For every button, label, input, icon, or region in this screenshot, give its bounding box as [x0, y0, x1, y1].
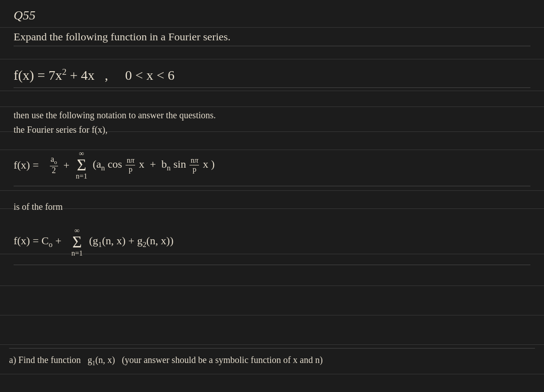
section-part-a: a) Find the function g1(n, x) (your answ…: [9, 348, 535, 367]
ruled-lines: [0, 0, 544, 392]
foc-sigma-bottom: n=1: [71, 249, 83, 257]
rule-13: [0, 374, 544, 374]
rule-4: [0, 106, 544, 107]
foc-sum-content: (g1(n, x) + g2(n, x)): [89, 235, 174, 249]
question-number: Q55: [14, 8, 35, 23]
foc-formula: f(x) = Co + ∞ Σ n=1 (g1(n, x) + g2(n, x)…: [14, 227, 530, 257]
fourier-formula: f(x) = ao 2 + ∞ Σ n=1 (an cos nπ p x + b…: [14, 150, 530, 180]
section-fourier: f(x) = ao 2 + ∞ Σ n=1 (an cos nπ p x + b…: [14, 150, 530, 186]
sigma-symbol: Σ: [77, 158, 86, 172]
rule-11: [0, 315, 544, 315]
a0-fraction: ao 2: [50, 155, 58, 175]
a0-denominator: 2: [51, 166, 57, 175]
section-fx: f(x) = 7x2 + 4x , 0 < x < 6: [14, 67, 530, 88]
section-form: is of the form: [14, 202, 530, 212]
part-a-text: a) Find the function g1(n, x) (your answ…: [9, 355, 323, 365]
foc-label: f(x) = Co +: [14, 235, 61, 249]
notation-line2: the Fourier series for f(x),: [14, 122, 530, 137]
is-of-form-text: is of the form: [14, 202, 63, 212]
fx-label: f(x) =: [14, 159, 39, 171]
expand-label: Expand the following function in a Fouri…: [14, 31, 530, 46]
foc-sigma-block: ∞ Σ n=1: [71, 227, 83, 257]
fx-definition: f(x) = 7x2 + 4x , 0 < x < 6: [14, 68, 175, 82]
rule-12: [0, 344, 544, 345]
section-notation: then use the following notation to answe…: [14, 108, 530, 137]
a0-numerator: ao: [50, 155, 58, 166]
section-foc: f(x) = Co + ∞ Σ n=1 (g1(n, x) + g2(n, x)…: [14, 227, 530, 265]
rule-3: [0, 91, 544, 91]
rule-10: [0, 286, 544, 286]
notation-line1: then use the following notation to answe…: [14, 108, 530, 122]
sigma-bottom: n=1: [76, 172, 87, 180]
plus-sign: +: [63, 159, 70, 171]
rule-1: [0, 27, 544, 28]
foc-sigma-symbol: Σ: [73, 235, 82, 249]
section-expand: Expand the following function in a Fouri…: [14, 31, 530, 46]
sigma-block: ∞ Σ n=1: [76, 150, 87, 180]
page: Q55 Expand the following function in a F…: [0, 0, 544, 392]
sum-content: (an cos nπ p x + bn sin nπ p x ): [92, 156, 214, 174]
rule-2: [0, 59, 544, 59]
rule-7: [0, 190, 544, 191]
